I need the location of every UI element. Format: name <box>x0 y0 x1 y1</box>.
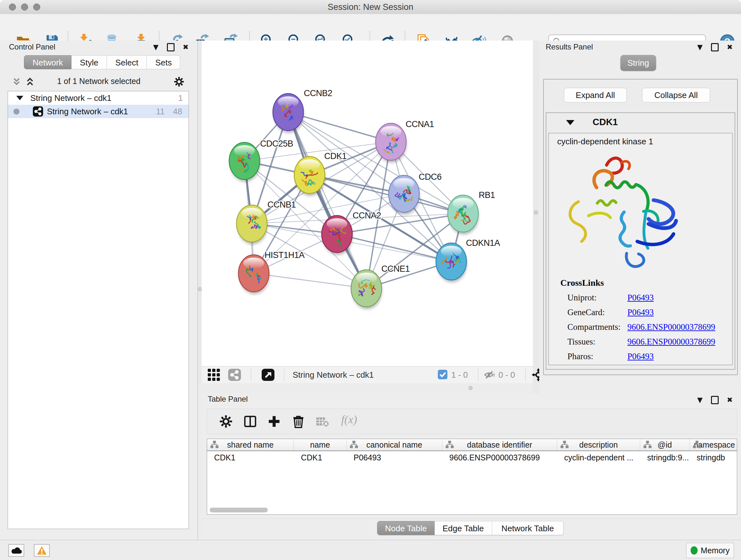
memory-button[interactable]: Memory <box>686 543 734 558</box>
node-HIST1H1A[interactable] <box>239 255 269 294</box>
table-row[interactable]: CDK1CDK1P064939606.ENSP00000378699cyclin… <box>207 451 737 464</box>
selected-checkbox-icon[interactable] <box>438 370 448 381</box>
edge-HIST1H1A-CCNE1[interactable] <box>254 273 366 288</box>
function-builder-button[interactable]: f(x) <box>341 413 357 426</box>
node-CDKN1A[interactable] <box>436 243 467 282</box>
control-panel-menu-button[interactable]: ▼ <box>153 44 158 51</box>
results-panel-title: Results Panel <box>546 43 593 51</box>
collapse-all-button[interactable]: Collapse All <box>642 88 710 103</box>
toolbar-separator <box>478 368 478 381</box>
crosslink-link[interactable]: 9606.ENSP00000378699 <box>627 337 715 347</box>
node-CCNE1[interactable] <box>351 270 382 309</box>
show-columns-button[interactable] <box>243 414 258 429</box>
hidden-eye-icon[interactable] <box>484 370 495 381</box>
delete-table-button[interactable] <box>315 414 330 429</box>
toolbar-separator <box>284 368 284 381</box>
column-header-namespace[interactable]: namespace <box>690 439 737 450</box>
node-CCNA2[interactable] <box>322 215 352 255</box>
column-header-name[interactable]: name <box>294 439 347 450</box>
table-tabs: Node TableEdge TableNetwork Table <box>377 521 563 535</box>
expand-all-button[interactable]: Expand All <box>564 88 627 103</box>
column-header--id[interactable]: @id <box>640 439 690 450</box>
control-panel-close-button[interactable]: ✖ <box>183 44 189 51</box>
protein-structure-image <box>558 150 683 275</box>
column-header-description[interactable]: description <box>557 439 640 450</box>
results-panel-float-button[interactable] <box>711 43 719 51</box>
column-header-canonical-name[interactable]: canonical name <box>347 439 442 450</box>
node-label-CDC25B: CDC25B <box>260 139 293 148</box>
tab-string[interactable]: String <box>620 55 656 71</box>
network-options-gear-icon[interactable] <box>173 76 185 87</box>
edge-CCNB2-CCNE1[interactable] <box>288 112 366 288</box>
column-header-shared-name[interactable]: shared name <box>207 439 294 450</box>
cloud-button[interactable] <box>8 544 24 557</box>
open-in-window-button[interactable] <box>262 369 274 382</box>
cloud-icon <box>11 547 22 554</box>
network-row[interactable]: String Network – cdk1 11 48 <box>8 105 189 118</box>
node-CCNA1[interactable] <box>376 123 406 163</box>
crosslink-link[interactable]: 9606.ENSP00000378699 <box>627 322 715 332</box>
tab-edge-table[interactable]: Edge Table <box>434 521 492 535</box>
protein-header[interactable]: CDK1 <box>546 113 735 133</box>
control-panel-float-button[interactable] <box>167 43 175 51</box>
splitter-handle[interactable] <box>468 386 473 390</box>
results-panel-menu-button[interactable]: ▼ <box>697 44 703 51</box>
node-label-CCNA2: CCNA2 <box>353 211 381 220</box>
collapse-arrow-icon[interactable] <box>566 120 575 125</box>
warning-button[interactable] <box>34 544 50 557</box>
node-CCNB2[interactable] <box>273 94 304 133</box>
splitter-handle[interactable] <box>534 210 538 214</box>
column-type-icon <box>643 441 652 449</box>
hidden-count: 0 - 0 <box>498 370 515 380</box>
network-type-button[interactable] <box>228 369 241 382</box>
node-RB1[interactable] <box>448 195 478 234</box>
tab-network-table[interactable]: Network Table <box>492 521 563 535</box>
node-CCNB1[interactable] <box>237 205 267 244</box>
table-panel-title: Table Panel <box>208 395 248 403</box>
table-panel-close-button[interactable]: ✖ <box>727 396 733 403</box>
crosslink-link[interactable]: P06493 <box>627 307 654 317</box>
column-type-icon <box>693 441 701 449</box>
tab-node-table[interactable]: Node Table <box>377 521 434 535</box>
window-title: Session: New Session <box>0 2 741 12</box>
control-panel: Control Panel ▼ ✖ NetworkStyleSelectSets… <box>0 41 198 540</box>
crosslink-label: Pharos: <box>567 352 627 361</box>
edge-CCNA2-CDKN1A[interactable] <box>337 234 451 261</box>
table-panel-float-button[interactable] <box>711 396 719 404</box>
tab-network[interactable]: Network <box>24 55 71 69</box>
protein-description: cyclin-dependent kinase 1 <box>557 137 653 146</box>
crosslink-label: Tissues: <box>567 337 627 347</box>
node-CDC25B[interactable] <box>229 142 260 182</box>
network-collection-row[interactable]: String Network – cdk1 1 <box>8 91 189 105</box>
tab-style[interactable]: Style <box>71 55 107 69</box>
table-panel: Table Panel ▼ ✖ f(x) shared namenamecano… <box>202 393 741 540</box>
vertical-splitter[interactable] <box>198 41 202 383</box>
node-CDK1[interactable] <box>294 157 326 196</box>
column-header-database-identifier[interactable]: database identifier <box>442 439 557 450</box>
crosslink-link[interactable]: P06493 <box>627 352 654 361</box>
add-column-button[interactable] <box>267 414 281 429</box>
horizontal-scrollbar-thumb[interactable] <box>210 508 268 512</box>
table-cell: P06493 <box>347 451 442 464</box>
memory-label: Memory <box>701 546 730 555</box>
collapse-arrow-icon[interactable] <box>16 96 23 100</box>
protein-details-box: cyclin-dependent kinase 1 <box>548 133 733 365</box>
network-collection-label: String Network – cdk1 <box>30 93 111 103</box>
network-selection-status: 1 of 1 Network selected <box>0 77 198 86</box>
tab-select[interactable]: Select <box>107 55 147 69</box>
results-panel-close-button[interactable]: ✖ <box>727 44 733 51</box>
network-row-label: String Network – cdk1 <box>47 107 128 117</box>
table-options-gear-button[interactable] <box>219 414 233 429</box>
birdseye-grid-button[interactable] <box>208 369 220 382</box>
network-view-canvas[interactable]: CCNB2CCNA1CDC25BCDK1CDC6RB1CCNB1CCNA2HIS… <box>202 41 533 383</box>
collection-count: 1 <box>179 93 183 103</box>
node-label-RB1: RB1 <box>479 190 495 200</box>
network-view-title: String Network – cdk1 <box>293 370 374 380</box>
delete-column-button[interactable] <box>291 414 306 429</box>
edge-CCNB2-CCNA1[interactable] <box>288 112 391 142</box>
crosslink-link[interactable]: P06493 <box>627 293 654 303</box>
table-panel-menu-button[interactable]: ▼ <box>697 396 703 403</box>
vertical-splitter[interactable] <box>533 41 539 393</box>
tab-sets[interactable]: Sets <box>147 55 180 69</box>
crosslinks-list: Uniprot:P06493GeneCard:P06493Compartment… <box>560 293 715 361</box>
